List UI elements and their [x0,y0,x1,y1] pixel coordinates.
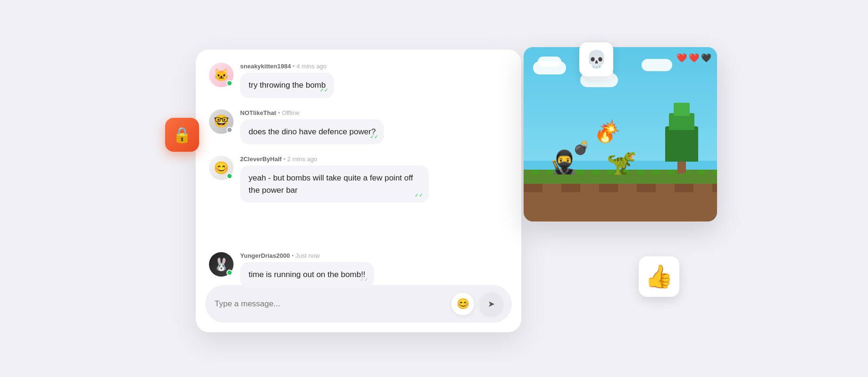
skull-icon: 💀 [586,49,607,69]
username: NOTlikeThat [240,109,276,116]
read-receipt: ✓✓ [320,86,328,94]
username: sneakykitten1984 [240,63,291,70]
username: YungerDrias2000 [240,252,290,259]
message-content: YungerDrias2000 • Just now time is runni… [240,252,508,287]
message-row: 🤓 NOTlikeThat • Offline does the dino ha… [209,109,508,145]
ground-dirt [524,184,717,221]
cloud-3 [642,59,672,71]
lock-icon: 🔒 [173,126,192,144]
thumbs-icon: 👍 [645,263,673,290]
cloud-1-top [538,57,561,67]
game-scene: ❤️ ❤️ 🖤 🥷 [524,47,717,221]
online-indicator [226,80,233,86]
avatar-wrap: 🤓 [209,109,234,134]
read-receipt: ✓✓ [370,133,378,141]
game-panel: ❤️ ❤️ 🖤 🥷 [524,47,717,221]
message-meta: 2CleverByHalf • 2 mins ago [240,156,508,163]
offline-indicator [226,127,233,133]
message-text: try throwing the bomb [249,81,326,90]
bottom-message-area: 🐰 YungerDrias2000 • Just now time is run… [196,247,521,287]
message-bubble: try throwing the bomb ✓✓ [240,73,334,98]
message-bubble: does the dino have defence power? ✓✓ [240,119,384,145]
username: 2CleverByHalf [240,156,282,163]
message-meta: sneakykitten1984 • 4 mins ago [240,63,508,70]
dino-character: 🦖 [606,150,637,174]
chat-panel: 🐱 sneakykitten1984 • 4 mins ago try thro… [196,49,521,332]
message-time: Offline [282,109,299,116]
message-bubble: time is running out on the bomb!! ✓✓ [240,262,374,287]
tree [665,126,698,173]
heart-1: ❤️ [676,53,687,63]
message-row: 😊 2CleverByHalf • 2 mins ago yeah - but … [209,156,508,203]
emoji-icon: 😊 [457,298,469,310]
message-bubble: yeah - but bombs will take quite a few p… [240,165,429,203]
message-content: sneakykitten1984 • 4 mins ago try throwi… [240,63,508,98]
health-hearts: ❤️ ❤️ 🖤 [676,53,711,63]
read-receipt: ✓✓ [415,191,423,199]
send-icon: ➤ [488,299,495,309]
message-text: does the dino have defence power? [249,127,376,136]
input-bar: 😊 ➤ [205,285,512,323]
read-receipt: ✓✓ [360,276,368,284]
avatar-wrap: 🐱 [209,63,234,87]
bomb: 💣 [573,140,590,156]
message-row: 🐰 YungerDrias2000 • Just now time is run… [209,252,508,287]
message-text: time is running out on the bomb!! [249,270,366,279]
tree-trunk [677,162,686,173]
message-input[interactable] [215,299,446,309]
thumbs-badge: 👍 [639,256,679,297]
message-time: 4 mins ago [296,63,326,70]
tree-foliage [665,126,698,162]
chat-messages: 🐱 sneakykitten1984 • 4 mins ago try thro… [196,49,521,247]
heart-2: ❤️ [689,53,699,63]
chat-input-area: 😊 ➤ [196,285,521,332]
message-meta: YungerDrias2000 • Just now [240,252,508,259]
online-indicator [226,270,233,276]
message-meta: NOTlikeThat • Offline [240,109,508,116]
meta-separator: • [284,156,287,163]
skull-badge: 💀 [579,42,613,76]
message-time: 2 mins ago [287,156,317,163]
avatar-wrap: 😊 [209,156,234,180]
message-content: NOTlikeThat • Offline does the dino have… [240,109,508,145]
emoji-button[interactable]: 😊 [451,293,474,315]
avatar-wrap: 🐰 [209,252,234,277]
message-text: yeah - but bombs will take quite a few p… [249,173,413,195]
lock-button[interactable]: 🔒 [165,118,199,152]
main-scene: 🔒 🐱 sneakykitten1984 • 4 mins ago [151,24,717,353]
message-time: Just now [295,252,319,259]
message-content: 2CleverByHalf • 2 mins ago yeah - but bo… [240,156,508,203]
online-indicator [226,173,233,179]
heart-3: 🖤 [701,53,711,63]
message-row: 🐱 sneakykitten1984 • 4 mins ago try thro… [209,63,508,98]
send-button[interactable]: ➤ [480,293,502,315]
